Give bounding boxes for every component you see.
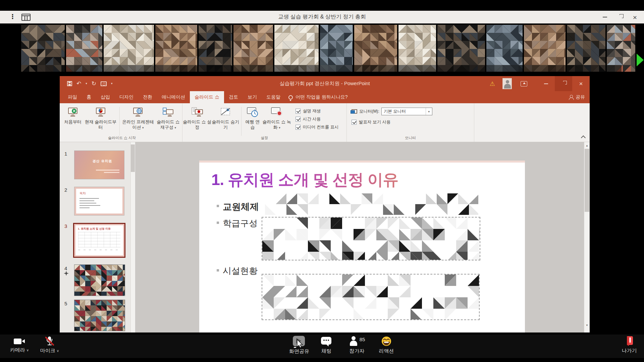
ppt-minimize-button[interactable] — [537, 76, 555, 91]
rehearse-timings-label: 예행 연습 — [244, 119, 261, 130]
slide-thumbnail-4[interactable] — [74, 265, 125, 296]
use-timings-checkbox[interactable]: 시간 사용 — [296, 116, 346, 122]
tab-home[interactable]: 홈 — [82, 91, 96, 103]
panel-scrollbar[interactable] — [130, 142, 135, 333]
editor-scrollbar[interactable]: ▲ ▼ — [584, 142, 590, 333]
restore-icon — [562, 82, 565, 85]
slide-canvas[interactable]: 1. 유치원 소개 및 선정 이유 교원체제 학급구성 시설현황 — [199, 161, 525, 333]
tab-review[interactable]: 검토 — [224, 91, 243, 103]
strip-expand-arrow-icon[interactable] — [637, 54, 644, 66]
minimize-icon — [544, 83, 548, 84]
tab-slideshow[interactable]: 슬라이드 쇼 — [190, 91, 224, 103]
tab-help[interactable]: 도움말 — [262, 91, 285, 103]
slide-thumbnail-panel: 1 경산 유치원 2 목차 3 1. 유치원 — [60, 142, 136, 333]
monitor-label: 모니터(M): — [359, 109, 379, 114]
video-tile — [437, 25, 485, 72]
monitor-row: 모니터(M): 기본 모니터 ▾ — [352, 108, 474, 115]
group-start-slideshow: 처음부터 현재 슬라이드부터 온라인 프레젠테이션 ▾ 슬라이드 쇼 재구성 ▾… — [62, 103, 182, 142]
ppt-restore-button[interactable] — [555, 76, 572, 91]
slideshow-icon[interactable] — [101, 81, 107, 86]
slide-bullet-1: 교원체제 — [223, 201, 259, 213]
setup-slideshow-button[interactable]: 슬라이드 쇼 설정 — [182, 106, 212, 130]
slide-thumbnail-5[interactable] — [74, 300, 125, 331]
account-avatar[interactable] — [502, 78, 512, 89]
slide-number: 5 — [64, 301, 67, 306]
leave-button[interactable]: 나가기 — [616, 336, 642, 354]
share-button[interactable]: 공유 — [569, 91, 585, 103]
setup-checkboxes: 설명 재생 시간 사용 미디어 컨트롤 표시 — [292, 106, 346, 132]
qat-more-icon[interactable]: ▾ — [111, 82, 113, 85]
undo-icon[interactable]: ↶ — [76, 81, 81, 86]
ribbon-display-options-icon[interactable] — [521, 81, 527, 86]
thumb3-table — [78, 232, 120, 247]
dropdown-caret-icon: ▾ — [279, 126, 280, 129]
redo-icon[interactable]: ↻ — [92, 81, 96, 86]
video-tile — [607, 25, 635, 72]
mouse-cursor — [297, 339, 304, 349]
tab-design[interactable]: 디자인 — [115, 91, 138, 103]
video-tile — [524, 25, 566, 72]
window-close-button[interactable]: × — [628, 11, 642, 23]
video-tile — [398, 25, 436, 72]
rehearse-timings-button[interactable]: 예행 연습 — [244, 106, 261, 130]
mic-button[interactable]: 마이크∨ — [36, 336, 64, 354]
share-screen-label: 화면공유 — [289, 348, 309, 355]
video-tile — [486, 25, 523, 72]
tab-transitions[interactable]: 전환 — [138, 91, 157, 103]
tell-me-box[interactable]: 어떤 작업을 원하시나요? — [296, 91, 351, 103]
slide-number: 4 — [64, 265, 67, 271]
animation-star-icon — [64, 271, 69, 276]
from-beginning-button[interactable]: 처음부터 — [62, 106, 84, 125]
slide-bullet-3: 시설현황 — [223, 265, 258, 277]
participants-button[interactable]: 85 참가자 — [341, 336, 372, 354]
chat-label: 채팅 — [321, 348, 331, 354]
ppt-titlebar-right: ⚠ × — [490, 76, 590, 91]
monitor-reorder-icon — [162, 107, 174, 118]
tab-insert[interactable]: 삽입 — [96, 91, 115, 103]
tab-file[interactable]: 파일 — [63, 91, 82, 103]
record-slideshow-label: 슬라이드 쇼 녹화 ▾ — [262, 119, 292, 130]
editor-scrollbar-thumb[interactable] — [585, 149, 589, 212]
slide-thumbnail-2[interactable]: 목차 — [74, 187, 124, 215]
slide-thumbnail-1[interactable]: 경산 유치원 — [74, 151, 124, 179]
panel-scrollbar-thumb[interactable] — [131, 144, 135, 172]
ppt-close-button[interactable]: × — [572, 76, 590, 91]
censored-table-region-1[interactable] — [262, 217, 480, 260]
show-media-controls-checkbox[interactable]: 미디어 컨트롤 표시 — [296, 124, 346, 130]
thumb3-row — [78, 249, 120, 250]
window-minimize-button[interactable] — [598, 11, 612, 23]
play-narrations-checkbox[interactable]: 설명 재생 — [296, 108, 346, 114]
from-current-button[interactable]: 현재 슬라이드부터 — [84, 106, 117, 130]
collapse-ribbon-icon[interactable] — [582, 135, 585, 138]
record-slideshow-button[interactable]: 슬라이드 쇼 녹화 ▾ — [262, 106, 292, 130]
thumb1-subtitle-bar — [96, 170, 119, 171]
window-restore-button[interactable] — [613, 11, 627, 23]
camera-button[interactable]: 카메라∨ — [5, 336, 34, 353]
video-tiles — [21, 25, 635, 72]
save-icon[interactable] — [67, 81, 72, 86]
ribbon: 처음부터 현재 슬라이드부터 온라인 프레젠테이션 ▾ 슬라이드 쇼 재구성 ▾… — [60, 103, 590, 142]
censored-table-region-2[interactable] — [262, 274, 480, 320]
group-label-start: 슬라이드 쇼 시작 — [62, 135, 182, 140]
presenter-view-checkbox[interactable]: 발표자 보기 사용 — [352, 119, 474, 125]
warning-icon[interactable]: ⚠ — [490, 80, 495, 87]
undo-caret-icon[interactable]: ▾ — [86, 82, 87, 85]
share-person-icon — [569, 95, 574, 100]
present-online-button[interactable]: 온라인 프레젠테이션 ▾ — [122, 106, 154, 130]
slide-number: 2 — [64, 187, 67, 193]
tab-view[interactable]: 보기 — [243, 91, 262, 103]
slide-thumbnail-3-selected[interactable]: 1. 유치원 소개 및 선정 이유 — [73, 223, 125, 258]
video-tile — [104, 25, 154, 72]
scroll-down-icon[interactable]: ▼ — [584, 322, 590, 328]
meeting-window-titlebar: ⋮ 교생 실습 평가회 & 상반기 정기 총회 × — [0, 11, 644, 23]
chat-button[interactable]: 채팅 — [315, 336, 337, 354]
quick-access-toolbar: ↶ ▾ ↻ ▾ — [67, 76, 113, 91]
custom-slideshow-button[interactable]: 슬라이드 쇼 재구성 ▾ — [154, 106, 182, 130]
reactions-button[interactable]: 리액션 — [373, 336, 400, 354]
monitor-dropdown[interactable]: 기본 모니터 ▾ — [381, 108, 432, 115]
hide-slide-button[interactable]: 슬라이드 숨기기 — [212, 106, 239, 130]
chevron-down-icon: ∨ — [26, 348, 29, 352]
scroll-up-icon[interactable]: ▲ — [584, 143, 590, 148]
thumb3-title: 1. 유치원 소개 및 선정 이유 — [78, 227, 111, 231]
tab-animations[interactable]: 애니메이션 — [157, 91, 190, 103]
